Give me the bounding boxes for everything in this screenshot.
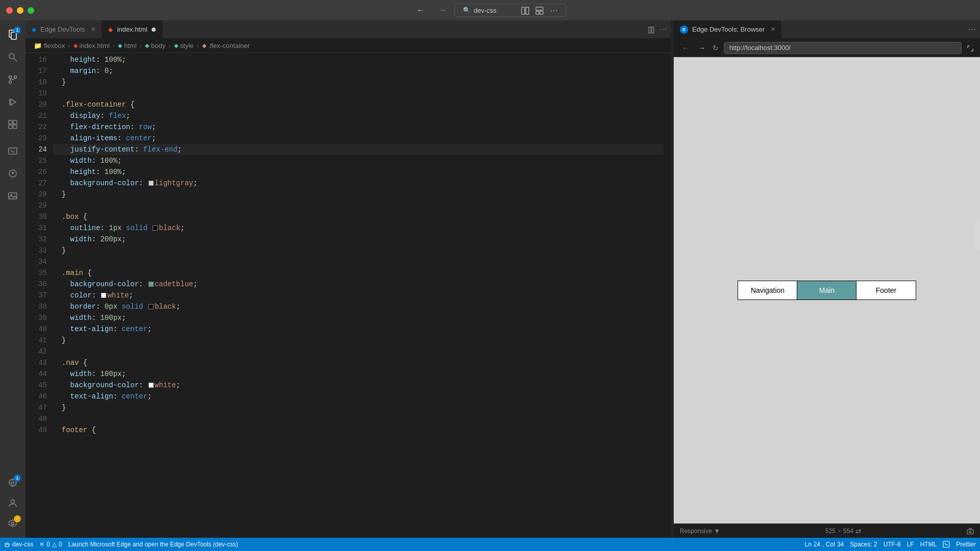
svg-point-10 [9,81,12,84]
code-line-40: text-align: center; [53,323,664,335]
status-remote[interactable]: dev-css [4,541,33,548]
svg-point-32 [969,531,971,533]
code-line-17: margin: 0; [53,65,664,77]
code-line-36: background-color: cadetblue; [53,279,664,290]
activity-item-source-control[interactable] [3,69,23,90]
tab-actions[interactable]: ⋯ [648,20,671,38]
activity-item-search[interactable] [3,47,23,67]
maximize-button[interactable] [28,7,34,14]
browser-tab-devtools[interactable]: e Edge DevTools: Browser ✕ [674,20,782,38]
activity-bottom: 1 ! [3,472,23,534]
titlebar-right-actions: ⋯ [521,6,558,15]
browser-back-btn[interactable]: ← [680,43,691,53]
tab-modified-indicator [152,28,156,32]
svg-rect-18 [13,125,17,129]
swap-icon[interactable]: ⇄ [855,527,862,535]
ln-32: 32 [26,234,47,245]
code-line-20: .flex-container { [53,99,664,110]
svg-rect-4 [540,11,543,14]
browser-expand-btn[interactable] [967,43,974,52]
status-devtools-icon[interactable] [943,541,950,548]
code-line-44: width: 100px; [53,368,664,380]
html-file-icon: ◆ [74,42,78,49]
browser-forward-btn[interactable]: → [696,43,707,53]
close-button[interactable] [6,7,13,14]
browser-tab-actions: ⋯ [968,20,980,38]
back-arrow-icon[interactable]: ← [413,5,428,16]
breadcrumb-body[interactable]: ◆ body [145,42,165,49]
status-language[interactable]: HTML [920,541,937,548]
responsive-chevron: ▼ [714,528,720,535]
tab-index-html[interactable]: ◆ index.html [102,20,162,38]
status-encoding[interactable]: UTF-8 [884,541,901,548]
activity-item-run[interactable] [3,92,23,112]
ln-19: 19 [26,88,47,99]
status-errors[interactable]: ✕ 0 △ 0 [39,541,62,548]
code-line-43: .nav { [53,357,664,368]
svg-point-9 [9,76,12,79]
status-eol[interactable]: LF [907,541,914,548]
breadcrumb-sep-4: › [168,42,170,49]
code-line-33: } [53,245,664,256]
activity-item-image[interactable] [3,186,23,206]
ln-26: 26 [26,166,47,178]
status-formatter[interactable]: Prettier [956,541,976,548]
status-ln-text: Ln [804,541,811,548]
split-editor-icon[interactable] [648,25,655,33]
ln-20: 20 [26,99,47,110]
breadcrumb-flex-container[interactable]: ◆ .flex-container [202,42,250,49]
code-line-24-active: justify-content: flex-end; [53,144,664,155]
minimize-button[interactable] [17,7,23,14]
ln-45: 45 [26,380,47,391]
activity-item-devtools2[interactable] [3,163,23,184]
layout-icon[interactable] [535,6,544,14]
activity-item-extensions[interactable] [3,114,23,135]
screenshot-icon[interactable] [967,527,974,535]
color-swatch-white1 [101,293,106,298]
status-spaces[interactable]: Spaces: 2 [850,541,877,548]
svg-rect-33 [943,541,949,547]
code-line-39: width: 100px; [53,312,664,323]
status-message-text: Launch Microsoft Edge and open the Edge … [68,541,238,548]
browser-more-icon[interactable]: ⋯ [968,24,976,34]
ln-47: 47 [26,402,47,413]
editor-content[interactable]: 16 17 18 19 20 21 22 23 24 25 26 27 28 2… [26,53,671,538]
code-line-45: background-color: white; [53,380,664,391]
svg-rect-17 [9,125,12,129]
code-line-28: } [53,189,664,200]
activity-item-devtools[interactable] [3,141,23,161]
more-actions-icon[interactable]: ⋯ [550,6,558,15]
activity-item-account[interactable] [3,493,23,513]
browser-tab-close[interactable]: ✕ [771,26,775,33]
activity-item-settings[interactable]: ! [3,513,23,534]
code-line-31: outline: 1px solid black; [53,222,664,234]
ln-35: 35 [26,267,47,279]
code-line-22: flex-direction: row; [53,121,664,133]
breadcrumb-flexbox[interactable]: 📁 flexbox [34,42,65,49]
tab-edge-close[interactable]: ✕ [91,26,95,33]
responsive-btn[interactable]: Responsive ▼ [680,528,720,535]
browser-reload-btn[interactable]: ↻ [713,44,719,52]
status-ln-col[interactable]: Ln 24 , Col 34 [804,541,844,548]
code-line-46: text-align: center; [53,391,664,402]
code-lines[interactable]: height: 100%; margin: 0; } .flex-contain… [53,53,664,538]
split-editor-icon[interactable] [521,6,529,14]
browser-url-bar[interactable]: http://localhost:3000/ [724,42,962,54]
code-line-42 [53,346,664,357]
width-value: 525 [825,528,836,535]
breadcrumb-style[interactable]: ◆ style [174,42,194,49]
ln-17: 17 [26,65,47,77]
demo-main-box: Main [797,281,856,299]
activity-item-remote[interactable]: 1 [3,472,23,493]
activity-item-explorer[interactable]: 1 [3,24,23,45]
element-icon: ◆ [118,42,122,49]
forward-arrow-icon[interactable]: → [436,5,450,16]
breadcrumb-html[interactable]: ◆ html [118,42,137,49]
status-ln-val: 24 [814,541,820,548]
ln-23: 23 [26,133,47,144]
more-tabs-icon[interactable]: ⋯ [659,26,667,34]
tab-edge-devtools[interactable]: ◆ Edge DevTools ✕ [26,20,102,38]
warning-count: 0 [59,541,62,548]
breadcrumb-index-html[interactable]: ◆ index.html [74,42,110,49]
ln-43: 43 [26,357,47,368]
